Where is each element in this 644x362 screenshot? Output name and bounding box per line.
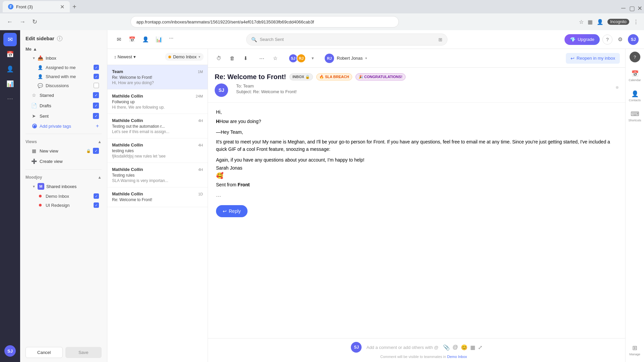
new-tab-button[interactable]: + [72,3,76,11]
email-meta-area: SJ To: Team Subject: Re: Welcome to Fron… [215,83,619,97]
starred-checkbox[interactable]: ✓ [93,92,99,98]
sidebar-sub-item-discussions[interactable]: 💬 Discussions ✓ [23,81,104,90]
trash-button[interactable]: 🗑 [227,53,237,64]
url-text: app.frontapp.com/inboxes/teammates/15619… [136,19,393,24]
message-item[interactable]: Mathilde Collin 1D Re: Welcome to Front! [107,187,208,207]
assignee-selector[interactable]: RJ Robert Jonas ▾ [325,54,367,63]
assigned-checkbox[interactable]: ✓ [94,65,99,70]
back-button[interactable]: ← [5,17,14,27]
tag-sla-badge[interactable]: 🔥 SLA BREACH [316,73,352,80]
analytics-appbar-icon[interactable]: 📊 [153,34,165,46]
right-tool-shortcuts[interactable]: ⌨ Shortcuts [628,107,642,125]
sidebar-item-ui-redesign[interactable]: UI Redesign ✓ [23,201,104,209]
tab-close-btn[interactable]: ✕ [60,4,64,10]
right-tool-calendar[interactable]: 📅 Calendar [628,66,642,85]
email-question: HHow are you doing? [216,119,617,124]
reply-button[interactable]: ↩ Reply [216,205,248,217]
extension-icon[interactable]: ▦ [588,19,593,25]
message-item[interactable]: Mathilde Collin 4H Testing rules SLA War… [107,163,208,187]
settings-button[interactable]: ⚙ [615,35,625,45]
contacts-tool-icon[interactable]: 👤 [3,62,17,76]
save-button[interactable]: Save [65,347,102,358]
attach-icon[interactable]: 📎 [443,344,450,351]
thread-sender-avatar: SJ [215,83,228,97]
me-section-toggle[interactable]: Me ▲ [20,45,107,53]
upgrade-button[interactable]: 💎 Upgrade [565,34,600,45]
cancel-button[interactable]: Cancel [25,347,63,358]
right-tool-contacts[interactable]: 👤 Contacts [628,86,642,105]
more-options-icon[interactable]: ⋮ [633,19,639,25]
drafts-checkbox[interactable]: ✓ [93,103,99,109]
shared-inboxes-toggle[interactable]: ▼ M Shared inboxes [23,181,104,191]
inbox-parent[interactable]: ▼ 📥 Inbox [23,53,104,63]
message-item[interactable]: Mathilde Collin 4H testing rules fjlksda… [107,138,208,163]
more-options-button[interactable]: ⋯ [256,53,267,64]
mention-icon[interactable]: @ [452,344,458,351]
expand-assignees-button[interactable]: ▾ [309,54,317,62]
expand-reply-icon[interactable]: ⤢ [478,344,482,351]
right-tool-manage[interactable]: ⊞ Manage [628,341,642,359]
snooze-button[interactable]: ⏱ [213,53,224,64]
message-sender: Mathilde Collin [112,94,143,99]
user-avatar-tool[interactable]: SJ [4,345,16,357]
maximize-icon[interactable]: ▢ [629,5,633,9]
tag-congrats-badge[interactable]: 🎉 CONGRATULATIONS! [356,73,406,80]
message-item[interactable]: Mathilde Collin 4H Testing out the autom… [107,114,208,138]
sidebar-sub-item-shared[interactable]: 👤 Shared with me ✓ [23,72,104,81]
sidebar-item-new-view[interactable]: ▦ New view 🔒 ✓ [23,146,104,156]
message-subject: Re: Welcome to Front! [112,197,203,202]
more-appbar-button[interactable]: ⋯ [166,34,176,43]
calendar-tool-icon[interactable]: 📅 [3,48,17,61]
sidebar-item-create-view[interactable]: ➕ Create view [23,156,104,166]
app-container: ✉ 📅 👤 📊 ⋯ SJ Edit sidebar i Me ▲ ▼ 📥 Inb… [0,30,644,362]
sort-button[interactable]: ↕ Newest ▾ [111,53,139,61]
help-float-button[interactable]: ? [630,52,640,62]
message-sender: Mathilde Collin [112,118,143,123]
tag-inbox-badge[interactable]: INBOX 🔒 [289,73,313,80]
user-avatar-button[interactable]: SJ [628,34,639,45]
message-preview: Hi, How are you doing? [112,80,203,85]
calendar-appbar-icon[interactable]: 📅 [126,34,138,46]
discussions-checkbox[interactable]: ✓ [94,83,99,88]
add-private-tags-item[interactable]: ⬤ Add private tags + [23,121,104,131]
sidebar-item-drafts[interactable]: 📄 Drafts ✓ [23,101,104,111]
active-tab[interactable]: F Front (3) ✕ [3,1,70,12]
forward-button[interactable]: → [18,17,27,27]
message-item[interactable]: Mathilde Collin 24M Follwoing up Hi ther… [107,89,208,114]
close-icon[interactable]: ✕ [637,5,641,9]
shared-checkbox[interactable]: ✓ [94,74,99,79]
comment-input[interactable]: Add a comment or add others with @ [365,344,440,351]
inbox-filter-badge[interactable]: Demo Inbox ▾ [165,53,204,61]
message-time: 4H [198,168,203,172]
comment-inbox-link[interactable]: Demo Inbox [447,355,467,359]
gif-icon[interactable]: ▦ [470,344,475,351]
reopen-button[interactable]: ↩ Reopen in my inbox [566,53,620,64]
profile-icon[interactable]: 👤 [597,19,603,25]
star-button[interactable]: ☆ [270,53,280,64]
sidebar-item-demo-inbox[interactable]: Demo Inbox ✓ [23,192,104,200]
url-bar[interactable]: app.frontapp.com/inboxes/teammates/15619… [130,16,399,27]
sidebar-sub-item-assigned[interactable]: 👤 Assigned to me ✓ [23,63,104,72]
search-input-field[interactable]: 🔍 Search Sent ⊞ [246,34,447,46]
help-button[interactable]: ? [602,35,612,45]
archive-button[interactable]: ⬇ [240,53,251,64]
message-item-top: Team 1M [112,69,203,74]
message-item[interactable]: Team 1M Re: Welcome to Front! Hi, How ar… [107,65,208,89]
minimize-icon[interactable]: ─ [621,5,625,9]
emoji-icon[interactable]: 😊 [461,344,468,351]
bookmark-icon[interactable]: ☆ [579,19,584,25]
sidebar-item-starred[interactable]: ☆ Starred ✓ [23,90,104,100]
more-tool-icon[interactable]: ⋯ [3,92,17,105]
sidebar-item-sent[interactable]: ➤ Sent ✓ [23,111,104,121]
frontapp-home-icon[interactable]: ✉ [113,34,125,46]
ui-redesign-checkbox[interactable]: ✓ [94,202,99,208]
demo-inbox-checkbox[interactable]: ✓ [94,193,99,199]
refresh-button[interactable]: ↻ [31,17,39,27]
new-view-checkbox[interactable]: ✓ [93,148,99,154]
views-section: Views ▲ ▦ New view 🔒 ✓ ➕ Create view [20,135,107,168]
sent-checkbox[interactable]: ✓ [93,113,99,119]
contacts-appbar-icon[interactable]: 👤 [140,34,152,46]
inbox-tool-icon[interactable]: ✉ [3,33,17,46]
analytics-tool-icon[interactable]: 📊 [3,77,17,90]
search-filter-icon[interactable]: ⊞ [438,37,442,42]
